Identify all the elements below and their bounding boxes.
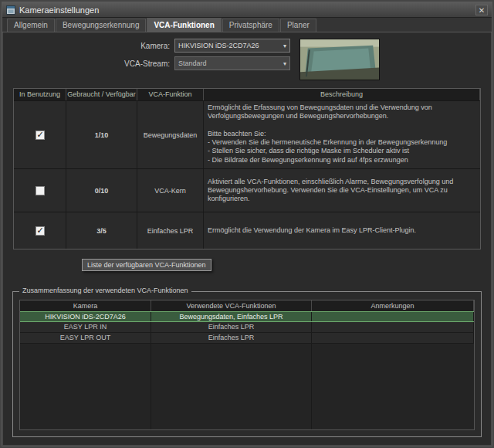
function-description: Aktiviert alle VCA-Funktionen, einschlie…	[204, 169, 480, 212]
function-name: VCA-Kern	[137, 169, 204, 212]
summary-camera: EASY LPR IN	[20, 322, 151, 332]
tab-vca-funktionen[interactable]: VCA-Funktionen	[147, 18, 221, 32]
summary-row-hikvision[interactable]: HIKVISION iDS-2CD7A26 Bewegungsdaten, Ei…	[20, 311, 474, 322]
usage-value: 0/10	[66, 169, 137, 212]
column-header-gebraucht: Gebraucht / Verfügbar	[66, 89, 137, 100]
column-header-vca-funktion: VCA-Funktion	[137, 89, 204, 100]
table-row: 0/10 VCA-Kern Aktiviert alle VCA-Funktio…	[14, 168, 480, 212]
vca-stream-label: VCA-Stream:	[102, 59, 170, 68]
summary-functions: Einfaches LPR	[151, 333, 312, 343]
summary-table-header: Kamera Verwendete VCA-Funktionen Anmerku…	[20, 300, 474, 311]
vca-table-header: In Benutzung Gebraucht / Verfügbar VCA-F…	[14, 89, 480, 100]
summary-functions: Einfaches LPR	[151, 322, 312, 332]
summary-row-easy-lpr-in[interactable]: EASY LPR IN Einfaches LPR	[20, 322, 474, 333]
summary-row-easy-lpr-out[interactable]: EASY LPR OUT Einfaches LPR	[20, 333, 474, 344]
window-title: Kameraeinstellungen	[19, 5, 475, 15]
tab-bewegungserkennung[interactable]: Bewegungserkennung	[56, 19, 147, 32]
function-description: Ermöglicht die Verwendung der Kamera im …	[204, 212, 480, 249]
summary-notes	[312, 322, 474, 332]
camera-select[interactable]: HIKVISION iDS-2CD7A26 ▾	[174, 39, 290, 53]
vca-stream-select-value: Standard	[178, 59, 283, 67]
usage-value: 3/5	[66, 212, 137, 249]
chevron-down-icon: ▾	[283, 42, 286, 49]
camera-preview-thumbnail	[299, 39, 380, 80]
camera-settings-dialog: Kameraeinstellungen ✕ Allgemein Bewegung…	[2, 2, 492, 446]
camera-select-value: HIKVISION iDS-2CD7A26	[178, 42, 283, 49]
tab-bar: Allgemein Bewegungserkennung VCA-Funktio…	[2, 18, 492, 32]
summary-notes	[312, 333, 474, 343]
tab-content: Kamera: HIKVISION iDS-2CD7A26 ▾ VCA-Stre…	[2, 32, 492, 446]
summary-functions: Bewegungsdaten, Einfaches LPR	[151, 312, 312, 321]
function-name: Einfaches LPR	[137, 212, 204, 249]
vca-functions-tooltip: Liste der verfügbaren VCA-Funktionen	[82, 259, 211, 271]
column-header-anmerkungen: Anmerkungen	[312, 300, 474, 311]
vca-stream-select[interactable]: Standard ▾	[174, 56, 290, 70]
camera-form: Kamera: HIKVISION iDS-2CD7A26 ▾ VCA-Stre…	[102, 39, 491, 80]
einfaches-lpr-checkbox[interactable]	[36, 226, 45, 236]
summary-camera: EASY LPR OUT	[20, 333, 151, 343]
column-header-kamera: Kamera	[20, 300, 151, 311]
vca-kern-checkbox[interactable]	[36, 186, 45, 195]
summary-title: Zusammenfassung der verwendeten VCA-Funk…	[19, 287, 191, 294]
column-header-beschreibung: Beschreibung	[204, 89, 480, 100]
tab-allgemein[interactable]: Allgemein	[7, 19, 55, 32]
summary-groupbox: Zusammenfassung der verwendeten VCA-Funk…	[12, 291, 482, 437]
bewegungsdaten-checkbox[interactable]	[36, 131, 45, 140]
camera-label: Kamera:	[102, 42, 170, 50]
function-description: Ermöglicht die Erfassung von Bewegungsda…	[204, 101, 480, 168]
function-name: Bewegungsdaten	[137, 101, 204, 168]
summary-table: Kamera Verwendete VCA-Funktionen Anmerku…	[19, 300, 475, 430]
close-icon[interactable]: ✕	[475, 5, 488, 15]
column-header-verwendete-vca: Verwendete VCA-Funktionen	[151, 300, 312, 311]
summary-camera: HIKVISION iDS-2CD7A26	[20, 312, 151, 321]
vca-functions-table: In Benutzung Gebraucht / Verfügbar VCA-F…	[13, 88, 481, 249]
tab-planer[interactable]: Planer	[280, 19, 316, 32]
table-row: 3/5 Einfaches LPR Ermöglicht die Verwend…	[14, 212, 480, 249]
tab-privatsphaere[interactable]: Privatsphäre	[222, 19, 279, 32]
summary-notes	[312, 312, 474, 321]
column-header-in-benutzung: In Benutzung	[14, 89, 66, 100]
window-icon	[6, 5, 15, 15]
usage-value: 1/10	[66, 101, 137, 168]
summary-table-empty-area	[20, 344, 474, 429]
chevron-down-icon: ▾	[283, 60, 286, 67]
table-row: 1/10 Bewegungsdaten Ermöglicht die Erfas…	[14, 100, 480, 168]
title-bar[interactable]: Kameraeinstellungen ✕	[2, 2, 492, 18]
